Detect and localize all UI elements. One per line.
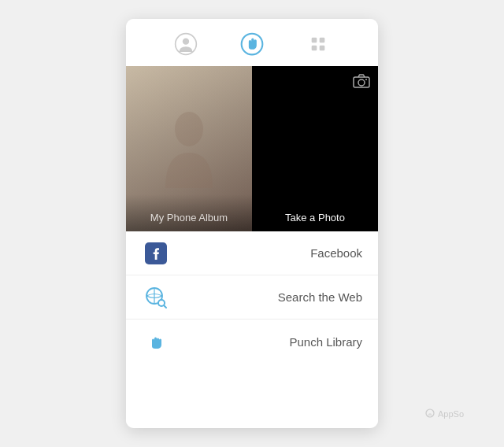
- menu-list: Facebook Search the Web: [126, 231, 378, 428]
- camera-tile-label: Take a Photo: [252, 194, 378, 231]
- facebook-icon: [142, 239, 170, 268]
- nav-punch-active[interactable]: [238, 30, 266, 58]
- top-nav: [126, 19, 378, 66]
- menu-item-library[interactable]: Punch Library: [126, 320, 378, 364]
- nav-grid[interactable]: [304, 30, 332, 58]
- phone-container: My Phone Album Take a Photo: [126, 19, 378, 428]
- menu-item-search[interactable]: Search the Web: [126, 275, 378, 320]
- nav-user[interactable]: [172, 30, 200, 58]
- svg-rect-4: [320, 38, 325, 43]
- menu-item-facebook[interactable]: Facebook: [126, 231, 378, 275]
- search-web-label: Search the Web: [170, 290, 362, 304]
- svg-point-9: [358, 79, 365, 86]
- svg-point-7: [175, 112, 203, 146]
- svg-rect-3: [312, 38, 317, 43]
- facebook-label: Facebook: [170, 246, 362, 260]
- svg-point-10: [365, 79, 367, 80]
- album-tile-label: My Phone Album: [126, 194, 252, 231]
- svg-rect-6: [320, 46, 325, 51]
- photo-grid: My Phone Album Take a Photo: [126, 66, 378, 231]
- punch-library-icon: [142, 327, 170, 356]
- watermark: AppSo: [425, 405, 472, 423]
- search-web-icon: [142, 283, 170, 312]
- svg-line-15: [165, 305, 167, 308]
- svg-rect-5: [312, 46, 317, 51]
- album-tile[interactable]: My Phone Album: [126, 66, 252, 231]
- camera-tile[interactable]: Take a Photo: [252, 66, 378, 231]
- svg-text:AppSo: AppSo: [438, 409, 464, 419]
- punch-library-label: Punch Library: [170, 335, 362, 349]
- svg-point-14: [159, 301, 164, 305]
- camera-icon-top: [353, 74, 370, 91]
- svg-point-1: [183, 39, 189, 45]
